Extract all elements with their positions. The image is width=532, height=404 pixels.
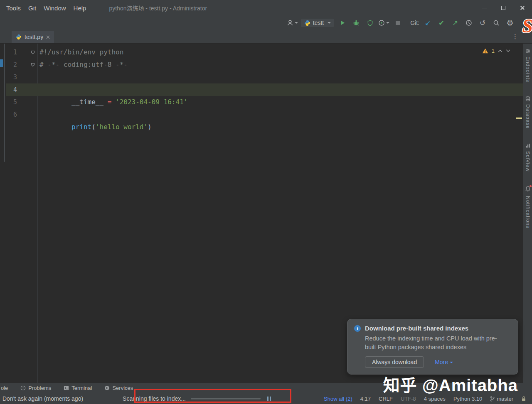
notification-badge	[530, 185, 532, 187]
editor-tab-bar: testt.py ⋮	[0, 30, 532, 44]
toolwindow-terminal[interactable]: Terminal	[64, 385, 92, 391]
terminal-icon	[64, 385, 69, 391]
git-commit-button[interactable]: ✔	[436, 18, 447, 28]
line-number: 6	[13, 108, 17, 121]
line-ending-widget[interactable]: CRLF	[379, 396, 393, 402]
run-config-label: testt	[313, 20, 324, 26]
more-link[interactable]: More	[435, 359, 453, 365]
git-branch-icon	[490, 396, 495, 402]
update-arrow-icon: ↙	[425, 20, 431, 27]
notification-balloon: i Download pre-built shared indexes Redu…	[347, 319, 518, 375]
gutter[interactable]: 5	[6, 96, 37, 108]
stop-button[interactable]	[392, 18, 403, 28]
gutter[interactable]: 2	[6, 59, 37, 71]
inspection-widget[interactable]: 1	[482, 48, 510, 54]
fold-marker-icon[interactable]	[31, 50, 35, 55]
run-icon	[340, 20, 345, 26]
push-arrow-icon: ↗	[452, 20, 458, 27]
python-icon	[16, 34, 22, 40]
toolwindow-database[interactable]: Database	[525, 96, 531, 129]
menu-bar: Tools Git Window Help	[0, 3, 90, 13]
code-token: (	[91, 123, 96, 131]
database-icon	[525, 96, 530, 101]
show-all-link[interactable]: Show all (2)	[324, 396, 352, 402]
undo-icon: ↺	[480, 20, 485, 27]
encoding-widget[interactable]: UTF-8	[401, 396, 416, 402]
maximize-button[interactable]	[494, 0, 513, 16]
settings-button[interactable]: ⚙	[505, 18, 515, 28]
search-icon	[493, 20, 500, 26]
tab-close-icon[interactable]	[46, 35, 50, 39]
git-branch-widget[interactable]: master	[490, 396, 513, 402]
minimize-button[interactable]	[475, 0, 494, 16]
toolwindow-notifications[interactable]: Notifications	[525, 186, 531, 228]
git-label: Git:	[410, 20, 419, 26]
gear-icon: ⚙	[506, 19, 513, 27]
debug-button[interactable]	[351, 18, 362, 28]
coverage-button[interactable]	[365, 18, 375, 28]
rollback-button[interactable]: ↺	[477, 18, 488, 28]
run-configuration-selector[interactable]: testt	[301, 19, 334, 27]
chevron-down-icon	[295, 22, 298, 24]
scrollbar-thumb[interactable]	[4, 44, 5, 162]
menu-help[interactable]: Help	[70, 3, 90, 13]
gutter[interactable]: 4	[6, 83, 37, 96]
warning-count: 1	[492, 48, 495, 54]
user-account-button[interactable]	[287, 18, 298, 28]
statusbar-widgets: Show all (2) 4:17 CRLF UTF-8 4 spaces Py…	[324, 396, 526, 402]
close-button[interactable]	[513, 0, 532, 16]
toolwindow-label: Terminal	[71, 385, 92, 391]
toolwindow-console-partial[interactable]: ole	[1, 385, 8, 391]
chevron-down-icon	[328, 22, 331, 24]
menu-git[interactable]: Git	[25, 3, 40, 13]
toolwindow-sciview[interactable]: SciView	[525, 143, 531, 171]
dont-ask-again-link[interactable]: Don't ask again (moments ago)	[2, 395, 83, 402]
menu-window[interactable]: Window	[40, 3, 69, 13]
coverage-shield-icon	[367, 20, 373, 26]
tab-testt-py[interactable]: testt.py	[12, 31, 54, 43]
history-button[interactable]	[463, 18, 474, 28]
menu-tools[interactable]: Tools	[2, 3, 25, 13]
toolwindow-services[interactable]: Services	[104, 385, 133, 391]
git-push-button[interactable]: ↗	[450, 18, 461, 28]
profiler-button[interactable]	[378, 18, 389, 28]
annotation-highlight-box	[134, 389, 291, 403]
next-warning-icon[interactable]	[506, 49, 510, 52]
git-update-button[interactable]: ↙	[422, 18, 433, 28]
interpreter-widget[interactable]: Python 3.10	[453, 396, 482, 402]
code-token: # -*- coding:utf-8 -*-	[39, 61, 128, 69]
close-icon	[520, 5, 525, 10]
chevron-down-icon	[386, 22, 389, 24]
stripe-label: Notifications	[525, 196, 531, 228]
python-icon	[304, 20, 310, 26]
info-icon: i	[354, 325, 361, 332]
code-token: 'hello world'	[96, 123, 148, 131]
maximize-icon	[501, 6, 505, 10]
gutter[interactable]: 1	[6, 46, 37, 59]
gutter[interactable]: 6	[6, 108, 37, 121]
prev-warning-icon[interactable]	[498, 49, 502, 52]
clock-icon	[466, 20, 472, 26]
code-line: 2 # -*- coding:utf-8 -*-	[6, 59, 523, 71]
fold-marker-icon[interactable]	[31, 63, 35, 67]
branch-name: master	[497, 396, 513, 402]
code-token: )	[148, 123, 152, 131]
always-download-button[interactable]: Always download	[365, 356, 424, 368]
balloon-body: Reduce the indexing time and CPU load wi…	[365, 334, 502, 352]
toolwindow-problems[interactable]: Problems	[20, 385, 51, 391]
run-button[interactable]	[337, 18, 348, 28]
toolwindow-endpoints[interactable]: Endpoints	[525, 49, 531, 82]
caret-position-widget[interactable]: 4:17	[360, 396, 371, 402]
warning-stripe-mark[interactable]	[516, 118, 522, 119]
editor-options-kebab-icon[interactable]: ⋮	[512, 33, 519, 40]
stripe-label: Database	[525, 104, 531, 129]
code-line: 6 print('hello world')	[6, 108, 523, 121]
change-marker	[0, 59, 3, 67]
gutter[interactable]: 3	[6, 71, 37, 83]
line-number: 3	[13, 71, 17, 83]
search-everywhere-button[interactable]	[491, 18, 502, 28]
indent-widget[interactable]: 4 spaces	[424, 396, 446, 402]
zhihu-watermark: 知乎 @Amitabha	[383, 372, 518, 396]
main-toolbar: testt Git: ↙ ✔ ↗ ↺ ⚙	[0, 16, 532, 30]
lock-icon[interactable]	[521, 396, 526, 402]
